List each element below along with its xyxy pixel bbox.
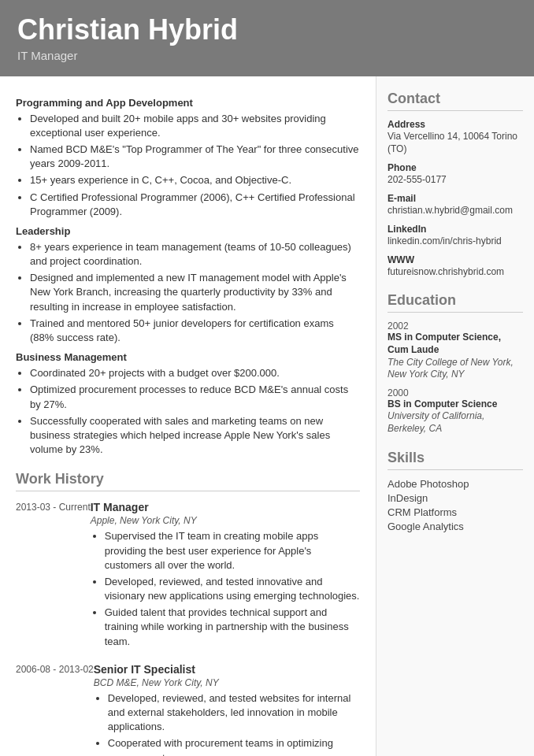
skill-item: Google Analytics <box>388 521 523 532</box>
bullet-item: 15+ years experience in C, C++, Cocoa, a… <box>30 173 360 187</box>
work-history-title: Work History <box>16 471 360 491</box>
edu-item: 2002MS in Computer Science, Cum LaudeThe… <box>388 321 523 380</box>
work-bullet-item: Cooperated with procurement teams in opt… <box>108 736 360 756</box>
email-value: christian.w.hybrid@gmail.com <box>388 204 523 217</box>
bullet-item: Developed and built 20+ mobile apps and … <box>30 112 360 140</box>
phone-label: Phone <box>388 162 523 173</box>
www-label: WWW <box>388 254 523 265</box>
work-bullet-item: Developed, reviewed, and tested websites… <box>108 691 360 735</box>
work-job-title: Senior IT Specialist <box>94 663 360 676</box>
candidate-title: IT Manager <box>17 49 517 62</box>
right-column: Contact Address Via Vercellino 14, 10064… <box>376 76 534 756</box>
summary-subsection-2: Business ManagementCoordinated 20+ proje… <box>16 351 360 457</box>
subsection-list-1: 8+ years experience in team management (… <box>16 240 360 345</box>
address-label: Address <box>388 119 523 130</box>
edu-year: 2002 <box>388 321 523 332</box>
education-title: Education <box>388 292 523 313</box>
header: Christian Hybrid IT Manager <box>0 0 534 76</box>
summary-subsection-0: Programming and App DevelopmentDeveloped… <box>16 97 360 219</box>
work-item: 2006-08 - 2013-02Senior IT SpecialistBCD… <box>16 663 360 756</box>
work-bullet-item: Supervised the IT team in creating mobil… <box>105 529 360 573</box>
summary-subsection-1: Leadership8+ years experience in team ma… <box>16 225 360 345</box>
contact-section: Contact Address Via Vercellino 14, 10064… <box>388 91 523 279</box>
email-label: E-mail <box>388 193 523 204</box>
bullet-item: Coordinated 20+ projects with a budget o… <box>30 366 360 380</box>
work-bullet-item: Guided talent that provides technical su… <box>105 606 360 649</box>
bullet-item: Trained and mentored 50+ junior develope… <box>30 317 360 345</box>
subsection-title-1: Leadership <box>16 225 360 237</box>
education-section: Education 2002MS in Computer Science, Cu… <box>388 292 523 435</box>
edu-degree: BS in Computer Science <box>388 398 523 411</box>
work-item: 2013-03 - CurrentIT ManagerApple, New Yo… <box>16 501 360 652</box>
bullet-item: Optimized procurement processes to reduc… <box>30 383 360 411</box>
skills-title: Skills <box>388 450 523 470</box>
left-column: Programming and App DevelopmentDeveloped… <box>0 76 376 756</box>
work-bullets: Supervised the IT team in creating mobil… <box>91 529 360 649</box>
bullet-item: Successfully cooperated with sales and m… <box>30 414 360 458</box>
work-details: IT ManagerApple, New York City, NYSuperv… <box>91 501 360 652</box>
linkedin-value: linkedin.com/in/chris-hybrid <box>388 235 523 248</box>
subsection-title-2: Business Management <box>16 351 360 363</box>
bullet-item: C Certified Professional Programmer (200… <box>30 191 360 219</box>
contact-title: Contact <box>388 91 523 111</box>
bullet-item: Designed and implemented a new IT manage… <box>30 271 360 314</box>
work-history-section: Work History 2013-03 - CurrentIT Manager… <box>16 471 360 756</box>
edu-degree: MS in Computer Science, Cum Laude <box>388 332 523 356</box>
skill-item: Adobe Photoshop <box>388 478 523 490</box>
bullet-item: 8+ years experience in team management (… <box>30 240 360 269</box>
work-company: BCD M&E, New York City, NY <box>94 677 360 688</box>
work-details: Senior IT SpecialistBCD M&E, New York Ci… <box>94 663 360 756</box>
work-company: Apple, New York City, NY <box>91 515 360 526</box>
subsection-title-0: Programming and App Development <box>16 97 360 109</box>
edu-item: 2000BS in Computer ScienceUniversity of … <box>388 387 523 435</box>
skills-section: Skills Adobe PhotoshopInDesignCRM Platfo… <box>388 450 523 532</box>
skills-container: Adobe PhotoshopInDesignCRM PlatformsGoog… <box>388 478 523 532</box>
edu-school: University of California, Berkeley, CA <box>388 410 523 435</box>
work-dates: 2006-08 - 2013-02 <box>16 663 94 756</box>
work-container: 2013-03 - CurrentIT ManagerApple, New Yo… <box>16 501 360 756</box>
work-bullet-item: Developed, reviewed, and tested innovati… <box>105 575 360 603</box>
www-value: futureisnow.chrishybrid.com <box>388 265 523 279</box>
phone-value: 202-555-0177 <box>388 173 523 187</box>
work-job-title: IT Manager <box>91 501 360 513</box>
subsection-list-2: Coordinated 20+ projects with a budget o… <box>16 366 360 457</box>
work-dates: 2013-03 - Current <box>16 501 91 652</box>
bullet-item: Named BCD M&E's "Top Programmer of The Y… <box>30 143 360 171</box>
summary-container: Programming and App DevelopmentDeveloped… <box>16 97 360 458</box>
subsection-list-0: Developed and built 20+ mobile apps and … <box>16 112 360 219</box>
candidate-name: Christian Hybrid <box>17 14 517 46</box>
edu-container: 2002MS in Computer Science, Cum LaudeThe… <box>388 321 523 435</box>
address-value: Via Vercellino 14, 10064 Torino (TO) <box>388 130 523 157</box>
skill-item: InDesign <box>388 492 523 504</box>
skill-item: CRM Platforms <box>388 506 523 518</box>
edu-year: 2000 <box>388 387 523 398</box>
main-layout: Programming and App DevelopmentDeveloped… <box>0 76 534 756</box>
linkedin-label: LinkedIn <box>388 224 523 235</box>
work-bullets: Developed, reviewed, and tested websites… <box>94 691 360 756</box>
edu-school: The City College of New York, New York C… <box>388 357 523 381</box>
